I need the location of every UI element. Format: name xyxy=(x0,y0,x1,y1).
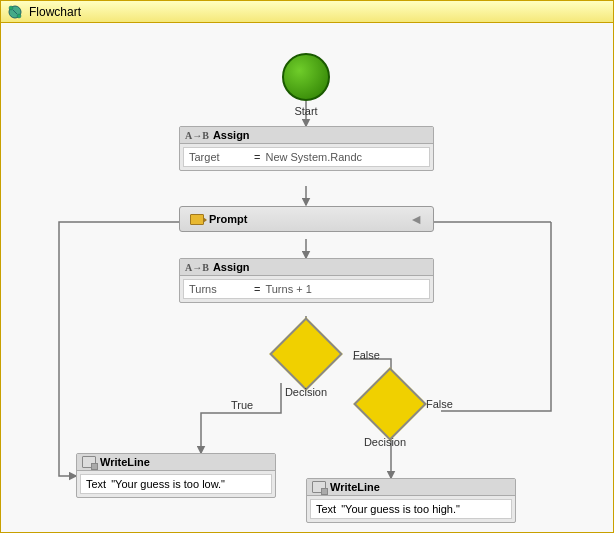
assign1-operator: = xyxy=(254,151,260,163)
start-label: Start xyxy=(282,105,330,117)
writeline1-body: Text "Your guess is too low." xyxy=(80,474,272,494)
writeline2-field: Text xyxy=(316,503,336,515)
decision2-container xyxy=(364,378,416,430)
prompt-icon xyxy=(190,214,204,225)
writeline1-icon xyxy=(82,456,96,468)
decision2-diamond xyxy=(353,367,427,441)
writeline1-title: WriteLine xyxy=(100,456,150,468)
assign2-operator: = xyxy=(254,283,260,295)
decision1-diamond xyxy=(269,317,343,391)
assign1-icon: A→B xyxy=(185,130,209,141)
assign2-value: Turns + 1 xyxy=(265,283,311,295)
decision1-label: Decision xyxy=(277,386,335,398)
flowchart-canvas: Start A→B Assign Target = New System.Ran… xyxy=(1,23,613,532)
assign2-header: A→B Assign xyxy=(180,259,433,276)
writeline1-node: WriteLine Text "Your guess is too low." xyxy=(76,453,276,498)
start-node xyxy=(282,53,330,101)
flowchart-icon xyxy=(7,4,23,20)
writeline2-node: WriteLine Text "Your guess is too high." xyxy=(306,478,516,523)
true-label: True xyxy=(231,399,253,411)
prompt-arrows: ◄ xyxy=(409,211,423,227)
assign1-body: Target = New System.Randc xyxy=(183,147,430,167)
writeline2-title: WriteLine xyxy=(330,481,380,493)
writeline2-icon xyxy=(312,481,326,493)
decision2-false-label: False xyxy=(426,398,453,410)
writeline2-value: "Your guess is too high." xyxy=(341,503,460,515)
assign2-title: Assign xyxy=(213,261,250,273)
assign2-body: Turns = Turns + 1 xyxy=(183,279,430,299)
assign1-value: New System.Randc xyxy=(265,151,362,163)
writeline1-header: WriteLine xyxy=(77,454,275,471)
assign2-node: A→B Assign Turns = Turns + 1 xyxy=(179,258,434,303)
title-bar: Flowchart xyxy=(1,1,613,23)
assign1-header: A→B Assign xyxy=(180,127,433,144)
writeline1-field: Text xyxy=(86,478,106,490)
writeline2-header: WriteLine xyxy=(307,479,515,496)
writeline2-body: Text "Your guess is too high." xyxy=(310,499,512,519)
assign2-field: Turns xyxy=(189,283,249,295)
decision1-false-label: False xyxy=(353,349,380,361)
flowchart-window: Flowchart xyxy=(0,0,614,533)
svg-point-2 xyxy=(17,14,21,18)
prompt-node: Prompt ◄ xyxy=(179,206,434,232)
prompt-label: Prompt xyxy=(209,213,248,225)
decision2-label: Decision xyxy=(356,436,414,448)
decision1-container xyxy=(280,328,332,380)
writeline1-value: "Your guess is too low." xyxy=(111,478,225,490)
assign2-icon: A→B xyxy=(185,262,209,273)
assign1-field: Target xyxy=(189,151,249,163)
assign1-node: A→B Assign Target = New System.Randc xyxy=(179,126,434,171)
assign1-title: Assign xyxy=(213,129,250,141)
window-title: Flowchart xyxy=(29,5,81,19)
svg-point-1 xyxy=(9,6,13,10)
